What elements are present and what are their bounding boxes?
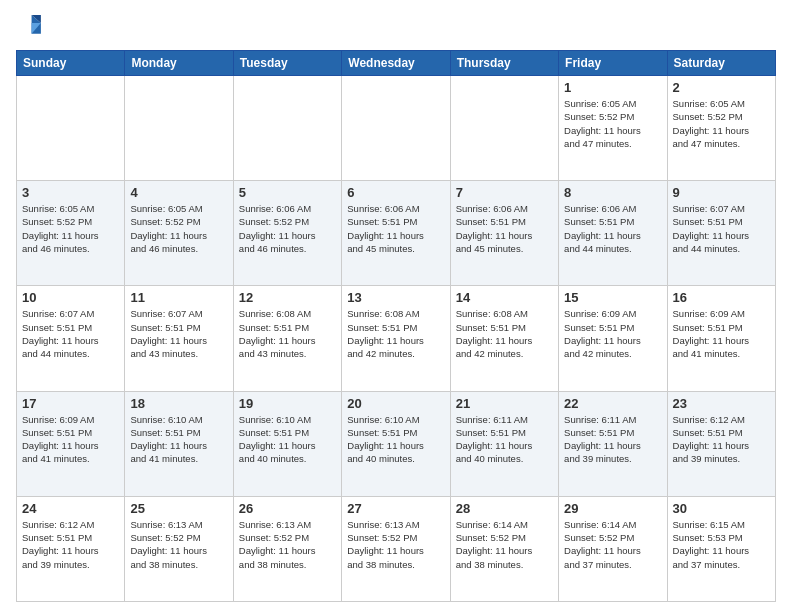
calendar-cell: 3Sunrise: 6:05 AM Sunset: 5:52 PM Daylig… (17, 181, 125, 286)
calendar-cell (450, 76, 558, 181)
logo-icon (16, 12, 44, 40)
calendar-cell: 28Sunrise: 6:14 AM Sunset: 5:52 PM Dayli… (450, 496, 558, 601)
calendar-cell: 9Sunrise: 6:07 AM Sunset: 5:51 PM Daylig… (667, 181, 775, 286)
calendar-cell: 12Sunrise: 6:08 AM Sunset: 5:51 PM Dayli… (233, 286, 341, 391)
calendar-cell: 6Sunrise: 6:06 AM Sunset: 5:51 PM Daylig… (342, 181, 450, 286)
day-info: Sunrise: 6:06 AM Sunset: 5:51 PM Dayligh… (456, 202, 553, 255)
day-info: Sunrise: 6:13 AM Sunset: 5:52 PM Dayligh… (239, 518, 336, 571)
logo (16, 12, 48, 40)
day-info: Sunrise: 6:11 AM Sunset: 5:51 PM Dayligh… (456, 413, 553, 466)
day-number: 30 (673, 501, 770, 516)
day-number: 1 (564, 80, 661, 95)
day-info: Sunrise: 6:14 AM Sunset: 5:52 PM Dayligh… (564, 518, 661, 571)
calendar-cell: 22Sunrise: 6:11 AM Sunset: 5:51 PM Dayli… (559, 391, 667, 496)
header (16, 12, 776, 40)
day-number: 14 (456, 290, 553, 305)
calendar-cell (342, 76, 450, 181)
day-info: Sunrise: 6:07 AM Sunset: 5:51 PM Dayligh… (130, 307, 227, 360)
day-info: Sunrise: 6:13 AM Sunset: 5:52 PM Dayligh… (130, 518, 227, 571)
calendar-cell: 30Sunrise: 6:15 AM Sunset: 5:53 PM Dayli… (667, 496, 775, 601)
day-info: Sunrise: 6:05 AM Sunset: 5:52 PM Dayligh… (673, 97, 770, 150)
calendar-cell: 24Sunrise: 6:12 AM Sunset: 5:51 PM Dayli… (17, 496, 125, 601)
day-number: 4 (130, 185, 227, 200)
day-info: Sunrise: 6:13 AM Sunset: 5:52 PM Dayligh… (347, 518, 444, 571)
day-info: Sunrise: 6:06 AM Sunset: 5:52 PM Dayligh… (239, 202, 336, 255)
day-number: 23 (673, 396, 770, 411)
day-info: Sunrise: 6:05 AM Sunset: 5:52 PM Dayligh… (130, 202, 227, 255)
calendar-cell: 14Sunrise: 6:08 AM Sunset: 5:51 PM Dayli… (450, 286, 558, 391)
day-number: 18 (130, 396, 227, 411)
weekday-header-thursday: Thursday (450, 51, 558, 76)
day-number: 25 (130, 501, 227, 516)
weekday-header-tuesday: Tuesday (233, 51, 341, 76)
day-info: Sunrise: 6:07 AM Sunset: 5:51 PM Dayligh… (673, 202, 770, 255)
day-number: 22 (564, 396, 661, 411)
day-number: 7 (456, 185, 553, 200)
calendar-cell: 18Sunrise: 6:10 AM Sunset: 5:51 PM Dayli… (125, 391, 233, 496)
day-info: Sunrise: 6:10 AM Sunset: 5:51 PM Dayligh… (347, 413, 444, 466)
day-info: Sunrise: 6:06 AM Sunset: 5:51 PM Dayligh… (564, 202, 661, 255)
calendar-cell: 10Sunrise: 6:07 AM Sunset: 5:51 PM Dayli… (17, 286, 125, 391)
weekday-header-friday: Friday (559, 51, 667, 76)
day-info: Sunrise: 6:08 AM Sunset: 5:51 PM Dayligh… (456, 307, 553, 360)
calendar-cell: 5Sunrise: 6:06 AM Sunset: 5:52 PM Daylig… (233, 181, 341, 286)
day-info: Sunrise: 6:05 AM Sunset: 5:52 PM Dayligh… (22, 202, 119, 255)
weekday-header-saturday: Saturday (667, 51, 775, 76)
calendar-week-5: 24Sunrise: 6:12 AM Sunset: 5:51 PM Dayli… (17, 496, 776, 601)
day-number: 29 (564, 501, 661, 516)
day-info: Sunrise: 6:08 AM Sunset: 5:51 PM Dayligh… (239, 307, 336, 360)
calendar-cell: 23Sunrise: 6:12 AM Sunset: 5:51 PM Dayli… (667, 391, 775, 496)
calendar-cell: 16Sunrise: 6:09 AM Sunset: 5:51 PM Dayli… (667, 286, 775, 391)
calendar-cell (17, 76, 125, 181)
day-number: 3 (22, 185, 119, 200)
day-number: 13 (347, 290, 444, 305)
day-number: 10 (22, 290, 119, 305)
day-info: Sunrise: 6:09 AM Sunset: 5:51 PM Dayligh… (22, 413, 119, 466)
calendar-cell: 8Sunrise: 6:06 AM Sunset: 5:51 PM Daylig… (559, 181, 667, 286)
day-info: Sunrise: 6:08 AM Sunset: 5:51 PM Dayligh… (347, 307, 444, 360)
calendar-cell: 20Sunrise: 6:10 AM Sunset: 5:51 PM Dayli… (342, 391, 450, 496)
day-info: Sunrise: 6:12 AM Sunset: 5:51 PM Dayligh… (673, 413, 770, 466)
day-info: Sunrise: 6:07 AM Sunset: 5:51 PM Dayligh… (22, 307, 119, 360)
calendar-cell (233, 76, 341, 181)
day-number: 17 (22, 396, 119, 411)
calendar-cell: 19Sunrise: 6:10 AM Sunset: 5:51 PM Dayli… (233, 391, 341, 496)
day-number: 24 (22, 501, 119, 516)
day-info: Sunrise: 6:06 AM Sunset: 5:51 PM Dayligh… (347, 202, 444, 255)
day-info: Sunrise: 6:14 AM Sunset: 5:52 PM Dayligh… (456, 518, 553, 571)
day-number: 27 (347, 501, 444, 516)
day-number: 12 (239, 290, 336, 305)
page-container: SundayMondayTuesdayWednesdayThursdayFrid… (0, 0, 792, 612)
weekday-header-wednesday: Wednesday (342, 51, 450, 76)
day-number: 2 (673, 80, 770, 95)
calendar-cell: 2Sunrise: 6:05 AM Sunset: 5:52 PM Daylig… (667, 76, 775, 181)
day-number: 5 (239, 185, 336, 200)
calendar-week-3: 10Sunrise: 6:07 AM Sunset: 5:51 PM Dayli… (17, 286, 776, 391)
day-number: 28 (456, 501, 553, 516)
weekday-header-monday: Monday (125, 51, 233, 76)
calendar-cell: 26Sunrise: 6:13 AM Sunset: 5:52 PM Dayli… (233, 496, 341, 601)
day-number: 11 (130, 290, 227, 305)
calendar-cell: 15Sunrise: 6:09 AM Sunset: 5:51 PM Dayli… (559, 286, 667, 391)
weekday-header-sunday: Sunday (17, 51, 125, 76)
day-info: Sunrise: 6:10 AM Sunset: 5:51 PM Dayligh… (130, 413, 227, 466)
calendar-week-2: 3Sunrise: 6:05 AM Sunset: 5:52 PM Daylig… (17, 181, 776, 286)
calendar-cell: 17Sunrise: 6:09 AM Sunset: 5:51 PM Dayli… (17, 391, 125, 496)
calendar-cell (125, 76, 233, 181)
calendar-cell: 11Sunrise: 6:07 AM Sunset: 5:51 PM Dayli… (125, 286, 233, 391)
day-number: 21 (456, 396, 553, 411)
day-info: Sunrise: 6:12 AM Sunset: 5:51 PM Dayligh… (22, 518, 119, 571)
day-info: Sunrise: 6:15 AM Sunset: 5:53 PM Dayligh… (673, 518, 770, 571)
day-number: 15 (564, 290, 661, 305)
day-info: Sunrise: 6:11 AM Sunset: 5:51 PM Dayligh… (564, 413, 661, 466)
calendar-cell: 13Sunrise: 6:08 AM Sunset: 5:51 PM Dayli… (342, 286, 450, 391)
day-number: 26 (239, 501, 336, 516)
day-number: 8 (564, 185, 661, 200)
calendar-week-1: 1Sunrise: 6:05 AM Sunset: 5:52 PM Daylig… (17, 76, 776, 181)
calendar-table: SundayMondayTuesdayWednesdayThursdayFrid… (16, 50, 776, 602)
day-info: Sunrise: 6:09 AM Sunset: 5:51 PM Dayligh… (673, 307, 770, 360)
day-number: 16 (673, 290, 770, 305)
weekday-header-row: SundayMondayTuesdayWednesdayThursdayFrid… (17, 51, 776, 76)
calendar-week-4: 17Sunrise: 6:09 AM Sunset: 5:51 PM Dayli… (17, 391, 776, 496)
calendar-cell: 29Sunrise: 6:14 AM Sunset: 5:52 PM Dayli… (559, 496, 667, 601)
